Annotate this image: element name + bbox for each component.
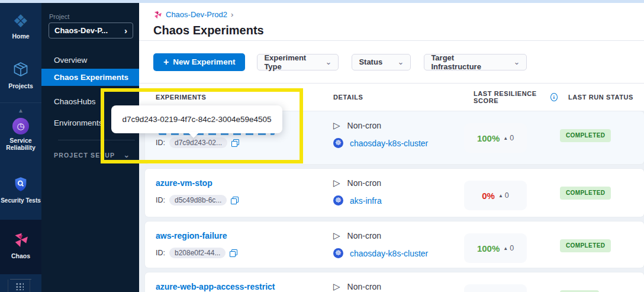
experiment-id-chip: b208e0f2-44...	[169, 248, 226, 258]
infrastructure-link[interactable]: chaosday-k8s-cluster	[350, 249, 428, 258]
table-row[interactable]: azure-vm-stop ID: d5c49d8b-6c... ▷ Non-c…	[145, 169, 644, 217]
experiment-id-line: ID: d7c9d243-02...	[156, 137, 323, 148]
play-icon: ▷	[333, 282, 340, 291]
table-row[interactable]: azure-web-app-access-restrict ▷ Non-cron	[145, 272, 644, 292]
sidebar-item-overview[interactable]: Overview	[41, 52, 139, 69]
experiment-details-cell: ▷ Non-cron ☸ chaosday-k8s-cluster	[323, 111, 463, 148]
last-run-status-cell: COMPLETED	[558, 111, 644, 142]
resilience-score-cell: 100% ▲ 0	[463, 111, 558, 153]
main-content: Chaos-Dev-Prod2 › Chaos Experiments + Ne…	[139, 3, 644, 292]
rail-divider	[0, 102, 41, 103]
chaos-breadcrumb-icon	[153, 10, 162, 19]
experiment-name-link[interactable]: azure-vm-stop	[156, 178, 323, 190]
grid-dots-icon	[15, 282, 24, 290]
sidebar-item-chaos-experiments[interactable]: Chaos Experiments	[41, 69, 139, 86]
kubernetes-icon: ☸	[333, 195, 343, 206]
score-delta: ▲ 0	[503, 244, 514, 252]
tooltip-arrow	[188, 132, 199, 138]
copy-icon[interactable]	[230, 249, 237, 257]
resilience-score-value: 0%	[482, 191, 495, 201]
filter-experiment-type[interactable]: Experiment Type ⌄	[257, 54, 339, 70]
projects-cube-icon	[0, 61, 41, 80]
rail-item-chaos[interactable]: Chaos	[0, 232, 41, 259]
column-header-last-run-status: LAST RUN STATUS	[558, 94, 644, 101]
table-row[interactable]: aws-region-failure ID: b208e0f2-44... ▷ …	[145, 222, 644, 268]
rail-item-security-tests[interactable]: Security Tests	[0, 176, 41, 204]
chevron-right-icon: ›	[124, 26, 127, 35]
schedule-label: Non-cron	[347, 178, 382, 188]
experiment-details-cell: ▷ Non-cron	[323, 272, 463, 291]
score-delta: ▲ 0	[498, 191, 509, 200]
chevron-down-icon: ⌄	[397, 57, 404, 66]
column-header-resilience-score: LAST RESILIENCE SCORE i	[463, 90, 558, 104]
app-window: ❖ Home Projects ▲ ◷ Service Reliability …	[0, 0, 644, 292]
delta-up-icon: ▲	[503, 136, 508, 141]
id-tooltip: d7c9d243-0219-4f7c-84c2-3004e59e4505	[111, 105, 282, 133]
experiment-id-line: ID: b208e0f2-44...	[156, 248, 323, 258]
experiment-name-link[interactable]: aws-region-failure	[156, 231, 323, 243]
experiment-name-link[interactable]: azure-web-app-access-restrict	[156, 282, 323, 292]
score-delta: ▲ 0	[503, 134, 514, 142]
resilience-score-value: 100%	[477, 243, 500, 254]
infrastructure-link[interactable]: chaosday-k8s-cluster	[350, 139, 428, 148]
plus-icon: +	[163, 57, 169, 68]
project-selector-value: Chaos-Dev-P...	[54, 26, 108, 35]
project-selector[interactable]: Chaos-Dev-P... ›	[49, 23, 133, 38]
rail-item-home[interactable]: ❖ Home	[0, 12, 41, 40]
status-badge: COMPLETED	[560, 187, 611, 200]
status-badge: COMPLETED	[560, 239, 611, 252]
infrastructure-link[interactable]: aks-infra	[350, 196, 382, 206]
new-experiment-button[interactable]: + New Experiment	[153, 53, 245, 71]
column-header-experiments: EXPERIMENTS	[145, 94, 323, 101]
toolbar: + New Experiment Experiment Type ⌄ Statu…	[139, 41, 644, 83]
rail-item-projects[interactable]: Projects	[0, 61, 41, 89]
chevron-right-icon: ›	[231, 10, 233, 19]
security-tests-shield-icon	[0, 176, 41, 195]
infrastructure-line: ☸ chaosday-k8s-cluster	[333, 248, 463, 258]
project-setup-toggle[interactable]: PROJECT SETUP ⌄	[54, 150, 131, 159]
kubernetes-icon: ☸	[333, 138, 343, 148]
rail-item-service-reliability[interactable]: ◷ Service Reliability	[0, 118, 41, 151]
experiment-id-chip: d5c49d8b-6c...	[169, 195, 227, 206]
resilience-score-cell: 100% ▲ 0	[463, 222, 558, 263]
project-label: Project	[49, 13, 69, 20]
breadcrumb-project-link[interactable]: Chaos-Dev-Prod2	[166, 10, 227, 19]
last-run-status-cell: COMPLETED	[558, 169, 644, 200]
experiment-rows: ID: d7c9d243-02... ▷ Non-cron ☸ chaosday…	[139, 111, 644, 292]
module-picker-button[interactable]	[8, 280, 30, 292]
chevron-down-icon: ⌄	[123, 150, 130, 159]
status-badge: COMPLETED	[560, 129, 611, 142]
home-icon: ❖	[0, 12, 41, 30]
copy-icon[interactable]	[231, 197, 239, 204]
id-prefix-label: ID:	[156, 196, 165, 204]
chaos-pinwheel-icon	[0, 232, 41, 250]
resilience-score-box: 100% ▲ 0	[464, 233, 527, 263]
delta-up-icon: ▲	[503, 246, 508, 251]
breadcrumb: Chaos-Dev-Prod2 ›	[153, 10, 644, 19]
chevron-down-icon: ⌄	[513, 57, 520, 66]
sidebar-divider	[58, 140, 135, 140]
filter-target-infrastructure[interactable]: Target Infrastructure ⌄	[424, 54, 527, 70]
experiment-id-chip: d7c9d243-02...	[169, 137, 227, 148]
experiment-details-cell: ▷ Non-cron ☸ aks-infra	[323, 169, 463, 206]
id-prefix-label: ID:	[156, 249, 165, 257]
schedule-label: Non-cron	[347, 121, 382, 130]
copy-icon[interactable]	[231, 139, 239, 147]
scroll-up-triangle-icon[interactable]: ▲	[0, 107, 41, 114]
last-run-status-cell: COMPLETED	[558, 222, 644, 252]
page-title: Chaos Experiments	[153, 24, 644, 37]
module-rail: ❖ Home Projects ▲ ◷ Service Reliability …	[0, 3, 41, 292]
delta-up-icon: ▲	[498, 193, 503, 198]
schedule-label: Non-cron	[347, 231, 382, 240]
last-run-status-cell	[558, 272, 644, 292]
infrastructure-line: ☸ chaosday-k8s-cluster	[333, 138, 463, 148]
kubernetes-icon: ☸	[333, 248, 343, 258]
experiment-id-line: ID: d5c49d8b-6c...	[156, 195, 323, 206]
play-icon: ▷	[333, 121, 340, 130]
filter-status[interactable]: Status ⌄	[352, 54, 411, 70]
column-header-details: DETAILS	[323, 94, 463, 101]
schedule-label: Non-cron	[347, 282, 382, 291]
resilience-score-cell	[463, 272, 558, 292]
resilience-score-box: 100% ▲ 0	[464, 123, 527, 153]
info-icon[interactable]: i	[550, 93, 558, 101]
